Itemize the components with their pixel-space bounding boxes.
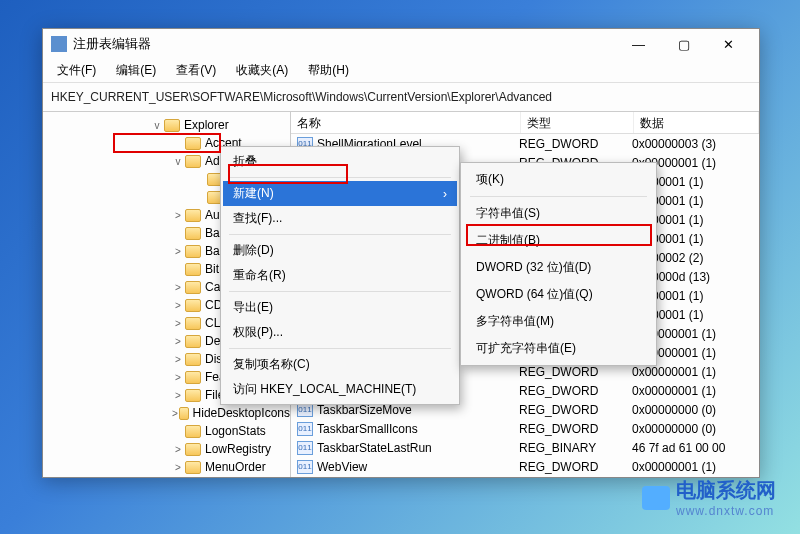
list-row[interactable]: 011TaskbarStateLastRunREG_BINARY46 7f ad… xyxy=(291,438,759,457)
tree-item-label: LowRegistry xyxy=(205,442,271,456)
tree-item[interactable]: vExplorer xyxy=(43,116,290,134)
row-data: 46 7f ad 61 00 00 xyxy=(632,441,759,455)
menu-help[interactable]: 帮助(H) xyxy=(298,59,359,82)
list-header: 名称 类型 数据 xyxy=(291,112,759,134)
tree-item[interactable]: >MenuOrder xyxy=(43,458,290,476)
ctx-copy-key-name[interactable]: 复制项名称(C) xyxy=(223,352,457,377)
row-data: 0x00000003 (3) xyxy=(632,137,759,151)
tree-item[interactable]: >Modules xyxy=(43,476,290,477)
col-data[interactable]: 数据 xyxy=(634,112,759,133)
row-type: REG_BINARY xyxy=(519,441,632,455)
menu-favorites[interactable]: 收藏夹(A) xyxy=(226,59,298,82)
tree-item-label: HideDesktopIcons xyxy=(193,406,290,420)
tree-item-label: Explorer xyxy=(184,118,229,132)
col-type[interactable]: 类型 xyxy=(521,112,634,133)
close-button[interactable]: ✕ xyxy=(706,29,751,59)
list-row[interactable]: 011TaskbarSmallIconsREG_DWORD0x00000000 … xyxy=(291,419,759,438)
ctx-new-expandstring[interactable]: 可扩充字符串值(E) xyxy=(464,335,653,362)
expand-icon[interactable]: > xyxy=(171,354,185,365)
expand-icon[interactable]: > xyxy=(171,210,185,221)
menu-edit[interactable]: 编辑(E) xyxy=(106,59,166,82)
folder-icon xyxy=(185,371,201,384)
registry-value-icon: 011 xyxy=(297,441,313,455)
ctx-new-dword[interactable]: DWORD (32 位)值(D) xyxy=(464,254,653,281)
ctx-permissions[interactable]: 权限(P)... xyxy=(223,320,457,345)
maximize-button[interactable]: ▢ xyxy=(661,29,706,59)
ctx-new-qword[interactable]: QWORD (64 位)值(Q) xyxy=(464,281,653,308)
expand-icon[interactable]: > xyxy=(171,408,179,419)
ctx-new-string[interactable]: 字符串值(S) xyxy=(464,200,653,227)
expand-icon[interactable]: > xyxy=(171,462,185,473)
highlight-advanced xyxy=(113,133,221,153)
expand-icon[interactable]: > xyxy=(171,246,185,257)
row-type: REG_DWORD xyxy=(519,403,632,417)
address-path: HKEY_CURRENT_USER\SOFTWARE\Microsoft\Win… xyxy=(51,90,751,104)
ctx-goto-hklm[interactable]: 访问 HKEY_LOCAL_MACHINE(T) xyxy=(223,377,457,402)
tree-item[interactable]: >HideDesktopIcons xyxy=(43,404,290,422)
menu-file[interactable]: 文件(F) xyxy=(47,59,106,82)
row-type: REG_DWORD xyxy=(519,137,632,151)
tree-item-label: MenuOrder xyxy=(205,460,266,474)
ctx-new-key[interactable]: 项(K) xyxy=(464,166,653,193)
watermark-logo-icon xyxy=(642,486,670,510)
registry-value-icon: 011 xyxy=(297,460,313,474)
row-name: WebView xyxy=(317,460,519,474)
tree-item[interactable]: LogonStats xyxy=(43,422,290,440)
list-row[interactable]: 011WebViewREG_DWORD0x00000001 (1) xyxy=(291,457,759,476)
registry-value-icon: 011 xyxy=(297,422,313,436)
folder-icon xyxy=(185,461,201,474)
expand-icon[interactable]: > xyxy=(171,300,185,311)
submenu-arrow-icon: › xyxy=(443,187,447,201)
highlight-dword xyxy=(466,224,652,246)
expand-icon[interactable]: > xyxy=(171,282,185,293)
window-title: 注册表编辑器 xyxy=(73,35,616,53)
ctx-new-label: 新建(N) xyxy=(233,185,274,202)
expand-icon[interactable]: > xyxy=(171,444,185,455)
separator xyxy=(229,291,451,292)
context-menu-new-submenu: 项(K) 字符串值(S) 二进制值(B) DWORD (32 位)值(D) QW… xyxy=(460,162,657,366)
folder-icon xyxy=(185,299,201,312)
separator xyxy=(470,196,647,197)
minimize-button[interactable]: — xyxy=(616,29,661,59)
separator xyxy=(229,234,451,235)
expand-icon[interactable]: v xyxy=(150,120,164,131)
row-name: TaskbarSmallIcons xyxy=(317,422,519,436)
app-icon xyxy=(51,36,67,52)
expand-icon[interactable]: > xyxy=(171,318,185,329)
separator xyxy=(229,348,451,349)
expand-icon[interactable]: > xyxy=(171,336,185,347)
row-data: 0x00000001 (1) xyxy=(632,460,759,474)
ctx-new[interactable]: 新建(N) › xyxy=(223,181,457,206)
folder-icon xyxy=(185,155,201,168)
ctx-rename[interactable]: 重命名(R) xyxy=(223,263,457,288)
expand-icon[interactable]: > xyxy=(171,390,185,401)
ctx-new-multistring[interactable]: 多字符串值(M) xyxy=(464,308,653,335)
expand-icon[interactable]: v xyxy=(171,156,185,167)
ctx-find[interactable]: 查找(F)... xyxy=(223,206,457,231)
ctx-delete[interactable]: 删除(D) xyxy=(223,238,457,263)
row-type: REG_DWORD xyxy=(519,422,632,436)
row-type: REG_DWORD xyxy=(519,384,632,398)
folder-icon xyxy=(185,317,201,330)
folder-icon xyxy=(185,263,201,276)
menu-bar: 文件(F) 编辑(E) 查看(V) 收藏夹(A) 帮助(H) xyxy=(43,59,759,83)
folder-icon xyxy=(185,353,201,366)
folder-icon xyxy=(185,443,201,456)
folder-icon xyxy=(185,245,201,258)
folder-icon xyxy=(185,209,201,222)
ctx-export[interactable]: 导出(E) xyxy=(223,295,457,320)
titlebar[interactable]: 注册表编辑器 — ▢ ✕ xyxy=(43,29,759,59)
tree-item-label: LogonStats xyxy=(205,424,266,438)
folder-icon xyxy=(185,335,201,348)
watermark-url: www.dnxtw.com xyxy=(676,504,776,518)
expand-icon[interactable]: > xyxy=(171,372,185,383)
address-bar[interactable]: HKEY_CURRENT_USER\SOFTWARE\Microsoft\Win… xyxy=(43,83,759,111)
watermark: 电脑系统网 www.dnxtw.com xyxy=(642,477,776,518)
tree-item[interactable]: >LowRegistry xyxy=(43,440,290,458)
row-type: REG_DWORD xyxy=(519,460,632,474)
folder-icon xyxy=(185,281,201,294)
col-name[interactable]: 名称 xyxy=(291,112,521,133)
row-data: 0x00000000 (0) xyxy=(632,403,759,417)
menu-view[interactable]: 查看(V) xyxy=(166,59,226,82)
context-menu-primary: 折叠 新建(N) › 查找(F)... 删除(D) 重命名(R) 导出(E) 权… xyxy=(220,146,460,405)
